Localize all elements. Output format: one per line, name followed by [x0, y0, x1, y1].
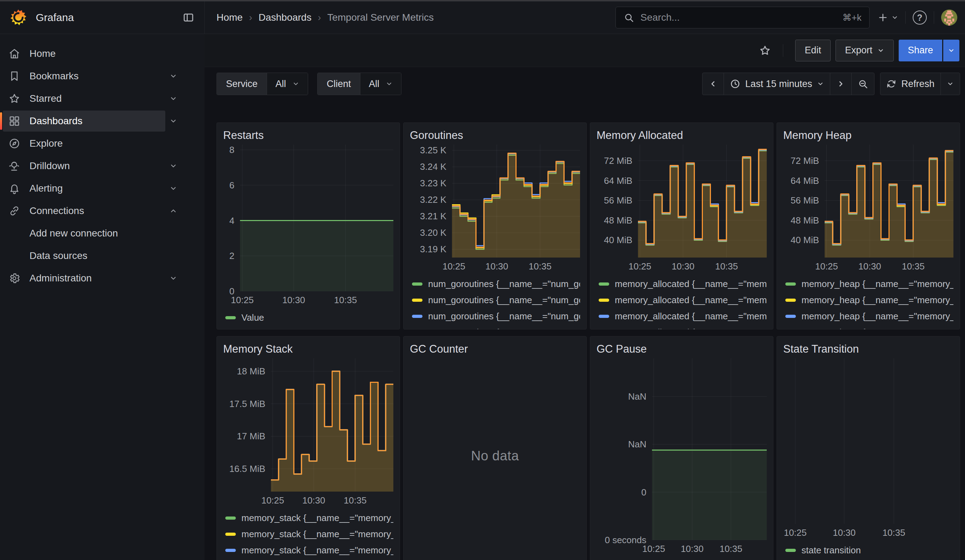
sidebar-row-home: Home — [3, 42, 204, 65]
sidebar-item-bookmarks[interactable]: Bookmarks — [3, 65, 165, 87]
legend-item[interactable]: num_goroutines {__name__="num_gorout — [412, 292, 580, 308]
gear-icon — [8, 272, 20, 284]
legend-color-marker — [599, 282, 609, 286]
chevron-down-icon[interactable] — [165, 162, 182, 170]
legend-label: memory_heap {__name__="memory_hea — [801, 327, 954, 330]
legend-item[interactable]: memory_stack {__name__="memory_sta — [225, 542, 393, 558]
y-axis-labels — [783, 358, 787, 524]
edit-button[interactable]: Edit — [795, 40, 831, 61]
sidebar-row-explore: Explore — [3, 132, 204, 155]
legend-item[interactable]: memory_stack {__name__="memory_sta — [225, 526, 393, 542]
user-avatar[interactable] — [941, 10, 957, 26]
panel-title[interactable]: Restarts — [223, 126, 393, 145]
legend-item[interactable]: memory_stack {__name__="memory_sta — [225, 510, 393, 526]
panel-title[interactable]: Goroutines — [410, 126, 580, 145]
legend-item[interactable]: memory_allocated {__name__="memory_al — [599, 292, 767, 308]
y-tick-label: 40 MiB — [604, 235, 632, 246]
legend-label: num_goroutines {__name__="num_gorout — [428, 295, 580, 305]
variable-service-picker[interactable]: All — [267, 73, 308, 95]
new-button[interactable] — [877, 12, 898, 23]
legend-item[interactable]: memory_heap {__name__="memory_hea — [785, 292, 954, 308]
panel-title[interactable]: State Transition — [783, 340, 954, 358]
sidebar-item-explore[interactable]: Explore — [3, 133, 182, 154]
y-tick-label: 17 MiB — [237, 431, 265, 442]
brand-area: Grafana — [0, 2, 204, 34]
legend-item[interactable]: Value — [225, 309, 393, 326]
chevron-down-icon[interactable] — [165, 184, 182, 192]
sidebar-row-alerting: Alerting — [3, 177, 204, 200]
x-axis-labels: 10:2510:3010:35 — [787, 524, 954, 539]
search-minus-icon — [858, 78, 868, 89]
panel-title[interactable]: Memory Stack — [223, 340, 393, 358]
search-input[interactable] — [640, 11, 837, 23]
legend-item[interactable]: shard_item_created — [785, 558, 954, 560]
favorite-star-button[interactable] — [759, 44, 771, 57]
x-axis-labels: 10:2510:3010:35 — [652, 540, 767, 555]
legend-item[interactable]: memory_heap {__name__="memory_hea — [785, 308, 954, 324]
y-axis-labels: 0 seconds0NaNNaN — [597, 358, 652, 540]
legend-item[interactable]: memory_allocated {__name__="memory_al — [599, 308, 767, 324]
legend-item[interactable]: memory_heap {__name__="memory_hea — [785, 324, 954, 329]
sidebar-item-starred[interactable]: Starred — [3, 88, 165, 109]
time-range-picker[interactable]: Last 15 minutes — [724, 73, 830, 95]
y-axis-labels: 40 MiB48 MiB56 MiB64 MiB72 MiB — [783, 145, 824, 258]
y-tick-label: 3.19 K — [420, 244, 447, 255]
legend-item[interactable]: memory_heap {__name__="memory_hea — [785, 276, 954, 292]
breadcrumb-home[interactable]: Home — [216, 12, 243, 23]
legend-item[interactable]: memory_stack {__name__="memory_sta — [225, 558, 393, 560]
refresh-button[interactable]: Refresh — [880, 73, 940, 95]
refresh-interval-dropdown[interactable] — [940, 73, 960, 95]
bell-icon — [8, 183, 20, 194]
time-shift-forward-button[interactable] — [830, 73, 851, 95]
star-icon — [8, 93, 20, 104]
chevron-down-icon[interactable] — [165, 72, 182, 80]
legend-item[interactable]: state transition — [785, 542, 954, 558]
sidebar-item-drilldown[interactable]: Drilldown — [3, 155, 165, 176]
sidebar-nav: HomeBookmarksStarredDashboardsExploreDri… — [0, 34, 204, 560]
x-tick-label: 10:35 — [715, 261, 738, 272]
help-icon[interactable]: ? — [913, 11, 927, 24]
panel-legend: memory_heap {__name__="memory_heamemory_… — [783, 273, 954, 329]
time-zoom-out-button[interactable] — [851, 73, 874, 95]
export-label: Export — [845, 45, 872, 56]
link-icon — [8, 205, 20, 217]
time-range-group: Last 15 minutes — [702, 73, 875, 95]
panel-title[interactable]: GC Pause — [597, 340, 767, 358]
export-button[interactable]: Export — [836, 40, 894, 61]
chevron-down-icon[interactable] — [165, 274, 182, 282]
sidebar-item-alerting[interactable]: Alerting — [3, 178, 165, 199]
variable-client-picker[interactable]: All — [360, 73, 401, 95]
share-button[interactable]: Share — [899, 40, 942, 61]
sidebar-collapse-button[interactable] — [183, 11, 195, 23]
x-tick-label: 10:25 — [231, 295, 254, 305]
chevron-down-icon[interactable] — [165, 95, 182, 103]
panel-title[interactable]: GC Counter — [410, 340, 580, 358]
sidebar-item-administration[interactable]: Administration — [3, 268, 165, 289]
legend-item[interactable]: memory_allocated {__name__="memory_al — [599, 276, 767, 292]
legend-item[interactable]: memory_allocated {__name__="memory_al — [599, 324, 767, 329]
legend-item[interactable]: num_goroutines {__name__="num_gorout — [412, 308, 580, 324]
sidebar-item-add-new-connection[interactable]: Add new connection — [3, 223, 182, 244]
legend-item[interactable]: num_goroutines {__name__="num_gorout — [412, 324, 580, 329]
legend-label: Value — [241, 312, 264, 323]
y-tick-label: 3.21 K — [420, 211, 447, 222]
breadcrumb-current: Temporal Server Metrics — [327, 12, 434, 23]
legend-item[interactable]: num_goroutines {__name__="num_gorout — [412, 276, 580, 292]
share-dropdown-button[interactable] — [943, 40, 959, 61]
search-bar[interactable]: ⌘+k — [615, 7, 870, 28]
app-name: Grafana — [36, 11, 74, 23]
breadcrumb-dashboards[interactable]: Dashboards — [258, 12, 312, 23]
chevron-down-icon[interactable] — [165, 117, 182, 125]
sidebar-item-data-sources[interactable]: Data sources — [3, 245, 182, 266]
panel-title[interactable]: Memory Heap — [783, 126, 954, 145]
sidebar-item-dashboards[interactable]: Dashboards — [3, 111, 165, 132]
plot — [271, 358, 393, 491]
sidebar-row-dashboards: Dashboards — [3, 110, 204, 132]
chevron-up-icon[interactable] — [165, 207, 182, 215]
legend-label: memory_heap {__name__="memory_hea — [801, 279, 954, 289]
legend-item[interactable]: Value — [599, 558, 767, 560]
sidebar-item-home[interactable]: Home — [3, 43, 182, 64]
sidebar-item-connections[interactable]: Connections — [3, 200, 165, 221]
panel-title[interactable]: Memory Allocated — [597, 126, 767, 145]
time-shift-back-button[interactable] — [703, 73, 724, 95]
